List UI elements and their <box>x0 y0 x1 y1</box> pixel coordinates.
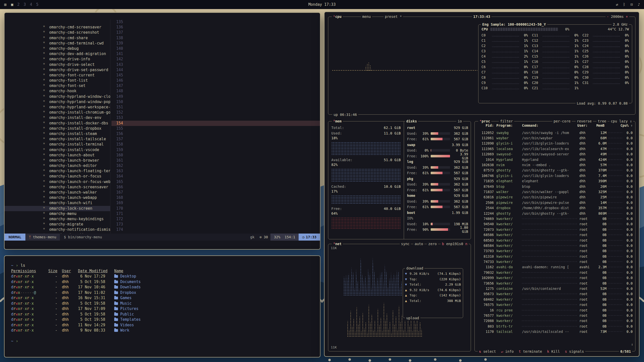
process-row[interactable]: 68402 kworker/ root 0B 0.0 <box>476 297 634 302</box>
file-list-item[interactable]: *omarchy-cmd-screensaver <box>5 19 110 25</box>
process-row[interactable]: 76577 kworker/ root 0B 0.0 <box>476 313 634 318</box>
process-row[interactable]: 76575 kworker/ root 0B 0.0 <box>476 302 634 307</box>
process-row[interactable]: 112069 swayosd- /usr/bin/swayosd-server … <box>476 152 634 157</box>
display-icon[interactable]: ⊡ <box>630 2 633 7</box>
proc-mem: 390M <box>594 179 607 183</box>
workspace-button[interactable]: 4 <box>30 2 32 7</box>
proc-action-button[interactable]: k Kill <box>547 349 560 354</box>
workspace-button[interactable]: ▣ <box>11 2 13 7</box>
net-auto-button[interactable]: auto <box>413 241 424 246</box>
io-toggle[interactable]: io <box>456 119 463 124</box>
bluetooth-icon[interactable]: ᛒ <box>623 2 625 7</box>
process-row[interactable]: 79032 kworker/ root 0B 0.0 <box>476 270 634 275</box>
workspace-button[interactable]: 2 <box>17 2 20 7</box>
program: avahi-da <box>496 265 519 269</box>
net-tab[interactable]: ³net <box>332 241 343 246</box>
proc-mem: 0B <box>594 292 607 296</box>
process-row[interactable]: 71837 walker /usr/bin/walker --gappl dhh… <box>476 189 634 194</box>
process-row[interactable]: 87573 ghostty /usr/bin/ghostty --gtk- dh… <box>476 168 634 173</box>
process-row[interactable]: 1275 containe /usr/bin/containerd root 5… <box>476 286 634 291</box>
core-row: C100% <box>481 86 528 91</box>
filter-button[interactable]: filter <box>499 119 514 124</box>
launcher-icon[interactable]: ⊞ <box>4 2 7 7</box>
scroll-down-icon[interactable]: ↓ <box>631 342 633 346</box>
process-row[interactable]: 74869 kworker/ root 0B 0.0 <box>476 216 634 221</box>
pid: 94540 <box>477 222 494 226</box>
process-row[interactable]: 73703 kworker/ root 0B 0.0 <box>476 248 634 254</box>
process-row[interactable]: 2544 dropbox /home/dhh/.dropbox-dist dhh… <box>476 205 634 210</box>
process-row[interactable]: 68583 kworker/ root 0B 0.0 <box>476 238 634 243</box>
process-row[interactable]: 87649 btop btop dhh 26M 0.0 <box>476 184 634 189</box>
process-row[interactable]: 16 rcu_pree root 0B 0.0 <box>476 307 634 313</box>
proc-action-button[interactable]: ↵ info <box>501 349 514 354</box>
tree-toggle[interactable]: tree <box>596 119 608 124</box>
proc-cpu: 0.0 <box>624 270 633 275</box>
line-number: 174 <box>111 227 123 232</box>
process-row[interactable]: 12244 ghostty /usr/bin/ghostty --gtk- dh… <box>476 211 634 216</box>
workspace-button[interactable]: 3 <box>24 2 26 7</box>
process-row[interactable]: 63816 pipewire /usr/bin/pipewire dhh 25M… <box>476 195 634 200</box>
process-row[interactable]: 102638 nvim nvim --embed . dhh 57M 0.0 <box>476 162 634 167</box>
disks-tab[interactable]: disks <box>405 119 418 124</box>
process-row[interactable]: 72073 kworker/ root 0B 0.0 <box>476 227 634 232</box>
proc-cpu: 0.0 <box>624 233 633 237</box>
reverse-toggle[interactable]: reverse <box>576 119 593 124</box>
process-row[interactable]: 73656 kworker/ root 0B 0.0 <box>476 281 634 286</box>
scroll-up-icon[interactable]: ↑ <box>629 123 633 127</box>
proc-tab[interactable]: ⁴proc <box>478 119 491 124</box>
process-row[interactable]: 102099 kworker/ root 0B 0.0 <box>476 275 634 281</box>
terminal-output[interactable]: ~ › ls Permissions Size User Date Modifi… <box>5 256 320 351</box>
process-row[interactable]: 106746 glycin-i /usr/lib/glycin-loaders … <box>476 173 634 178</box>
process-row[interactable]: 81310 kworker/ root 0B 0.0 <box>476 254 634 259</box>
proc-cpu: 0.0 <box>624 163 633 167</box>
process-row[interactable]: 112061 waybar /usr/bin/waybar dhh 68M 0.… <box>476 135 634 141</box>
code-line: 140 *) show_trigger_menu ;; <box>111 46 320 51</box>
process-row[interactable]: 94540 kworker/ root 0B 0.0 <box>476 221 634 227</box>
net-interface[interactable]: b enp191s0 n <box>441 241 469 246</box>
process-row[interactable]: 68584 kworker/ root 0B 0.0 <box>476 243 634 248</box>
net-scale-bottom: 11K <box>331 345 337 349</box>
proc-action-button[interactable]: t terminate <box>519 349 542 354</box>
mem-tab[interactable]: ²mem <box>332 119 343 124</box>
file-mark: * <box>43 78 45 83</box>
process-row[interactable]: 1170 tailscal /usr/sbin/tailscaled -- ro… <box>476 329 634 334</box>
process-row[interactable]: 1914 Hyprland Hyprland dhh 424M 0.0 <box>476 157 634 162</box>
process-row[interactable]: 74733 kworker/ root 0B 0.0 <box>476 259 634 264</box>
menu-button[interactable]: menu <box>361 14 372 19</box>
download-label: download <box>405 266 424 271</box>
command-line-area[interactable] <box>5 241 320 249</box>
proc-user: root <box>579 217 594 221</box>
network-icon[interactable]: ⇄ <box>616 2 618 7</box>
process-row[interactable]: 1162 avahi-da avahi-daemon: running [ av… <box>476 264 634 270</box>
process-table[interactable]: 112052 swaybg /usr/bin/swaybg -i /hom dh… <box>476 130 634 347</box>
proc-action-button[interactable]: ⇅ select <box>479 349 496 354</box>
process-row[interactable]: 112090 glycin-i /usr/lib/glycin-loaders … <box>476 141 634 146</box>
core-row: C201% <box>532 81 579 86</box>
process-row[interactable]: 111965 localsea /usr/lib/localsearch-ex … <box>476 146 634 151</box>
net-sync-button[interactable]: sync <box>400 241 411 246</box>
file-name: omarchy-cmd-terminal-cwd <box>49 41 104 46</box>
clock[interactable]: Monday 17:33 <box>308 2 336 7</box>
command <box>522 261 578 262</box>
per-core-toggle[interactable]: per-core <box>552 119 572 124</box>
line-number: 165 <box>111 179 123 185</box>
volume-icon[interactable]: ♪ <box>638 2 640 7</box>
command <box>522 256 578 257</box>
process-row[interactable]: 2506 pipewire /usr/bin/pipewire-pulse dh… <box>476 200 634 205</box>
sort-control[interactable]: cpu lazy ↕ <box>610 119 633 124</box>
workspace-button[interactable]: 5 <box>36 2 38 7</box>
proc-action-button[interactable]: s signals <box>565 349 584 354</box>
process-row[interactable]: 68586 kworker/ root 0B 0.0 <box>476 232 634 237</box>
prompt-line[interactable]: ~ › <box>11 339 313 344</box>
code-editor[interactable]: 135 case $(menu "Toggle" "▣ Screensaver\… <box>110 19 320 234</box>
preset-button[interactable]: preset * <box>384 14 403 19</box>
refresh-rate-control[interactable]: - 2000ms + <box>606 14 629 19</box>
process-row[interactable]: 95673 kworker/ root 0B 0.0 <box>476 291 634 297</box>
process-row[interactable]: 803 btrfs-tr root 0B 0.0 <box>476 324 634 329</box>
process-row[interactable]: 72088 kworker/ root 0B 0.0 <box>476 318 634 324</box>
process-row[interactable]: 112052 swaybg /usr/bin/swaybg -i /hom dh… <box>476 130 634 135</box>
net-zero-button[interactable]: zero <box>427 241 438 246</box>
process-row[interactable]: 71835 elephant elephant dhh 390M 0.0 <box>476 178 634 184</box>
file-list-pane[interactable]: *omarchy-cmd-screensaver *omarchy-cmd-sc… <box>5 19 110 234</box>
cpu-tab[interactable]: ¹cpu <box>332 14 343 19</box>
